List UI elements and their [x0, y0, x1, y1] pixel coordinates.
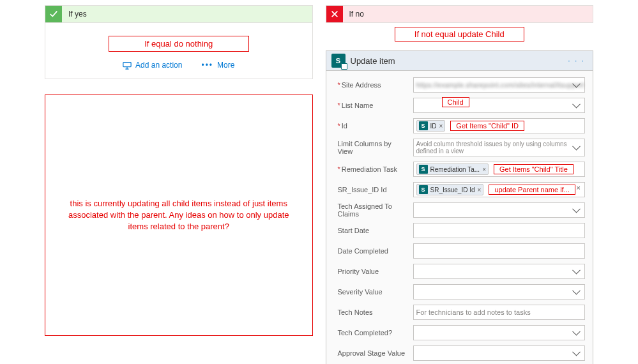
close-icon — [326, 6, 343, 22]
add-action-label: Add an action — [135, 61, 182, 70]
if-yes-header[interactable]: If yes — [45, 5, 313, 23]
row-tech-assigned: Tech Assigned To Claims — [338, 202, 586, 218]
input-tech-assigned[interactable] — [413, 202, 586, 218]
input-site-address[interactable]: https://example.sharepoint.com/sites/int… — [413, 77, 586, 93]
label-tech-notes: Tech Notes — [338, 308, 408, 316]
more-label: More — [217, 61, 234, 70]
row-id: *Id SID× Get Items "Child" ID — [338, 118, 586, 133]
label-sr-issue-id: SR_Issue_ID Id — [338, 186, 408, 193]
input-tech-notes[interactable]: For technicians to add notes to tasks — [413, 305, 586, 320]
add-action-icon — [123, 61, 132, 70]
row-sr-issue-id: SR_Issue_ID Id SSR_Issue_ID Id× update P… — [338, 182, 586, 197]
flow-condition-designer: If yes If equal do nothing Add an action… — [0, 0, 638, 364]
input-priority-value[interactable] — [413, 264, 586, 279]
row-approval-stage: Approval Stage Value — [338, 345, 586, 361]
check-icon — [45, 6, 62, 22]
input-remediation-task[interactable]: SRemediation Ta...× Get Items "Child" Ti… — [413, 162, 586, 177]
update-item-title: Update item — [351, 56, 566, 66]
add-action-link[interactable]: Add an action — [123, 61, 182, 70]
label-list-name: *List Name — [338, 102, 408, 109]
row-tech-notes: Tech Notes For technicians to add notes … — [338, 305, 586, 320]
row-limit-columns: Limit Columns by View Avoid column thres… — [338, 139, 586, 156]
label-start-date: Start Date — [338, 227, 408, 234]
token-remediation[interactable]: SRemediation Ta...× — [416, 163, 489, 175]
update-item-card: S Update item · · · *Site Address https:… — [326, 50, 594, 364]
row-severity-value: Severity Value — [338, 284, 586, 300]
if-yes-title: If yes — [68, 10, 87, 19]
row-tech-completed: Tech Completed? — [338, 325, 586, 340]
label-approval-stage: Approval Stage Value — [338, 349, 408, 357]
row-priority-value: Priority Value — [338, 264, 586, 279]
if-yes-body: If equal do nothing Add an action ••• Mo… — [45, 23, 313, 79]
input-approval-stage[interactable] — [413, 345, 586, 361]
row-remediation-task: *Remediation Task SRemediation Ta...× Ge… — [338, 162, 586, 177]
input-sr-issue-id[interactable]: SSR_Issue_ID Id× update Parent name if..… — [413, 182, 586, 197]
label-id: *Id — [338, 122, 408, 130]
label-tech-assigned: Tech Assigned To Claims — [338, 202, 408, 218]
if-no-header[interactable]: If no — [326, 5, 594, 23]
label-site-address: *Site Address — [338, 81, 408, 89]
update-item-header[interactable]: S Update item · · · — [326, 51, 593, 71]
row-date-completed: Date Completed — [338, 243, 586, 259]
row-list-name: *List Name Child — [338, 98, 586, 113]
input-start-date[interactable] — [413, 223, 586, 238]
label-priority-value: Priority Value — [338, 268, 408, 275]
input-tech-completed[interactable] — [413, 325, 586, 340]
label-severity-value: Severity Value — [338, 288, 408, 296]
input-date-completed[interactable] — [413, 243, 586, 259]
annotation-question-box: this is currently updating all child ite… — [45, 95, 313, 336]
yes-actions-row: Add an action ••• More — [58, 61, 300, 70]
token-sr-issue[interactable]: SSR_Issue_ID Id× — [416, 184, 484, 195]
input-limit-columns[interactable]: Avoid column threshold issues by only us… — [413, 139, 586, 156]
input-id[interactable]: SID× Get Items "Child" ID — [413, 118, 586, 133]
label-tech-completed: Tech Completed? — [338, 329, 408, 337]
sharepoint-icon: S — [331, 54, 346, 68]
annotation-question-text: this is currently updating all child ite… — [65, 198, 293, 233]
input-list-name[interactable]: Child — [413, 98, 586, 113]
card-menu-dots-icon[interactable]: · · · — [565, 56, 588, 65]
more-dots-icon: ••• — [201, 61, 213, 70]
row-start-date: Start Date — [338, 223, 586, 238]
update-item-body: *Site Address https://example.sharepoint… — [326, 71, 593, 364]
annotation-update-parent-name: update Parent name if... — [489, 185, 575, 195]
if-no-title: If no — [349, 10, 364, 19]
annotation-get-child-title: Get Items "Child" Title — [494, 164, 573, 174]
annotation-if-equal: If equal do nothing — [109, 36, 249, 52]
if-no-column: If no If not equal update Child S Update… — [326, 5, 594, 364]
token-id[interactable]: SID× — [416, 120, 446, 132]
label-remediation-task: *Remediation Task — [338, 165, 408, 173]
row-site-address: *Site Address https://example.sharepoint… — [338, 77, 586, 93]
if-yes-column: If yes If equal do nothing Add an action… — [45, 5, 313, 364]
more-link[interactable]: ••• More — [201, 61, 234, 70]
svg-rect-0 — [123, 63, 131, 67]
label-limit-columns: Limit Columns by View — [338, 140, 408, 155]
annotation-if-not-equal: If not equal update Child — [395, 27, 524, 42]
input-severity-value[interactable] — [413, 284, 586, 300]
label-date-completed: Date Completed — [338, 247, 408, 255]
annotation-get-child-id: Get Items "Child" ID — [450, 121, 524, 131]
annotation-child: Child — [442, 97, 469, 107]
